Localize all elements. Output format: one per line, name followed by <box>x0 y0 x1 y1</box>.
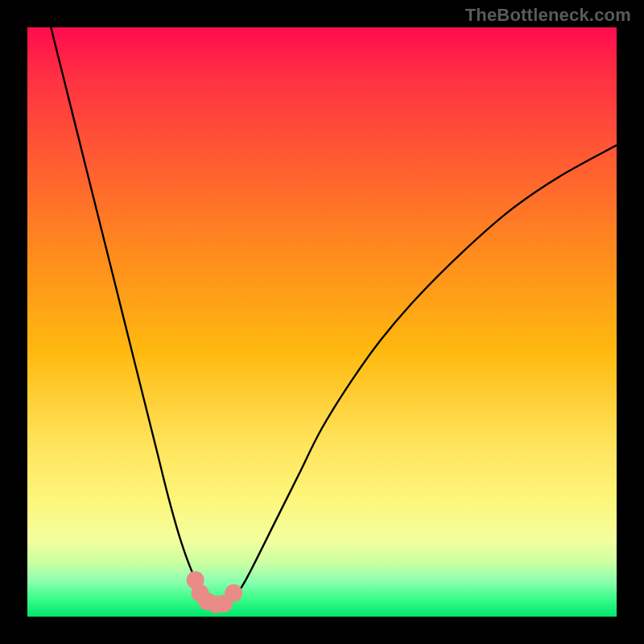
plot-area <box>27 27 617 617</box>
data-marker <box>225 584 242 602</box>
watermark-text: TheBottleneck.com <box>465 5 631 26</box>
chart-container: TheBottleneck.com <box>0 0 644 644</box>
data-markers <box>27 27 617 617</box>
marker-group <box>187 572 243 613</box>
